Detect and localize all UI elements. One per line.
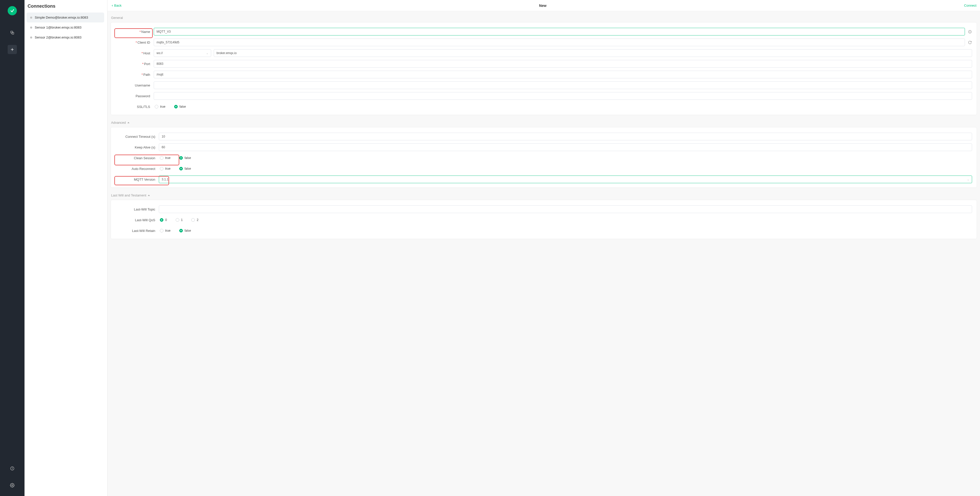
lw-retain-label: Last-Will Retain — [115, 229, 156, 233]
ssl-label: SSL/TLS — [115, 105, 151, 109]
settings-icon[interactable] — [8, 481, 17, 490]
section-lastwill[interactable]: Last Will and Testament — [111, 191, 977, 200]
ssl-true-radio[interactable]: true — [155, 105, 165, 108]
connections-sidebar: Connections Simple Demo@broker.emqx.io:8… — [24, 0, 108, 496]
chevron-down-icon: ⌄ — [206, 52, 208, 55]
username-label: Username — [115, 84, 151, 87]
client-id-label: *Client ID — [115, 41, 151, 44]
status-dot-icon — [30, 27, 32, 29]
host-label: *Host — [115, 51, 151, 55]
host-scheme-select[interactable]: ws:// ⌄ — [154, 49, 211, 57]
reconnect-false-radio[interactable]: false — [179, 167, 191, 170]
status-dot-icon — [30, 36, 32, 38]
host-input[interactable] — [214, 49, 972, 57]
connect-timeout-label: Connect Timeout (s) — [115, 135, 156, 139]
caret-up-icon — [148, 195, 150, 196]
page-title: New — [121, 3, 964, 8]
port-label: *Port — [115, 62, 151, 66]
connection-item[interactable]: Sensor 2@broker.emqx.io:8083 — [27, 32, 104, 42]
new-connection-icon[interactable] — [8, 45, 17, 54]
client-id-input[interactable] — [154, 38, 965, 46]
port-input[interactable] — [154, 60, 972, 68]
connect-timeout-input[interactable] — [159, 133, 972, 140]
mqtt-version-label: MQTT Version — [115, 177, 156, 181]
retain-true-radio[interactable]: true — [160, 229, 170, 233]
topbar: Back New Connect — [108, 0, 980, 11]
connections-icon[interactable] — [8, 28, 17, 37]
connect-button[interactable]: Connect — [964, 3, 977, 7]
qos-0-radio[interactable]: 0 — [160, 218, 167, 222]
mqtt-version-select[interactable]: 3.1.1 ⌄ — [159, 176, 972, 183]
lw-topic-input[interactable] — [159, 205, 972, 213]
back-button[interactable]: Back — [111, 3, 121, 7]
clean-true-radio[interactable]: true — [160, 156, 170, 160]
lastwill-panel: Last-Will Topic Last-Will QoS 0 1 2 Last… — [111, 200, 977, 239]
lw-topic-label: Last-Will Topic — [115, 208, 156, 211]
section-advanced[interactable]: Advanced — [111, 119, 977, 127]
connection-label: Sensor 1@broker.emqx.io:8083 — [35, 25, 81, 29]
section-general[interactable]: General — [111, 14, 977, 22]
clean-false-radio[interactable]: false — [179, 156, 191, 160]
status-dot-icon — [30, 17, 32, 19]
username-input[interactable] — [154, 81, 972, 89]
main-pane: Back New Connect General *Name *Client — [108, 0, 980, 496]
ssl-false-radio[interactable]: false — [174, 105, 186, 108]
connection-item[interactable]: Simple Demo@broker.emqx.io:8083 — [27, 13, 104, 22]
info-icon[interactable] — [967, 30, 972, 34]
password-input[interactable] — [154, 92, 972, 100]
password-label: Password — [115, 94, 151, 98]
keep-alive-label: Keep Alive (s) — [115, 146, 156, 149]
connection-item[interactable]: Sensor 1@broker.emqx.io:8083 — [27, 22, 104, 32]
connection-label: Simple Demo@broker.emqx.io:8083 — [35, 16, 88, 19]
lw-qos-label: Last-Will QoS — [115, 218, 156, 222]
qos-1-radio[interactable]: 1 — [176, 218, 183, 222]
qos-2-radio[interactable]: 2 — [191, 218, 199, 222]
nav-rail — [0, 0, 24, 496]
path-label: *Path — [115, 73, 151, 76]
svg-point-10 — [970, 31, 970, 31]
auto-reconnect-label: Auto Reconnect — [115, 167, 156, 171]
clean-session-label: Clean Session — [115, 156, 156, 160]
reconnect-true-radio[interactable]: true — [160, 167, 170, 170]
sidebar-title: Connections — [27, 3, 104, 13]
app-logo — [8, 6, 17, 15]
general-panel: *Name *Client ID *Host — [111, 22, 977, 115]
form-content: General *Name *Client ID — [108, 11, 980, 496]
retain-false-radio[interactable]: false — [179, 229, 191, 233]
name-input[interactable] — [154, 28, 965, 35]
refresh-icon[interactable] — [967, 41, 972, 44]
connection-label: Sensor 2@broker.emqx.io:8083 — [35, 35, 81, 39]
info-icon[interactable] — [8, 464, 17, 473]
chevron-down-icon: ⌄ — [967, 178, 969, 181]
caret-up-icon — [127, 122, 129, 123]
path-input[interactable] — [154, 71, 972, 78]
name-label: *Name — [115, 30, 151, 34]
svg-point-7 — [12, 485, 13, 486]
advanced-panel: Connect Timeout (s) Keep Alive (s) Clean… — [111, 127, 977, 188]
keep-alive-input[interactable] — [159, 143, 972, 151]
